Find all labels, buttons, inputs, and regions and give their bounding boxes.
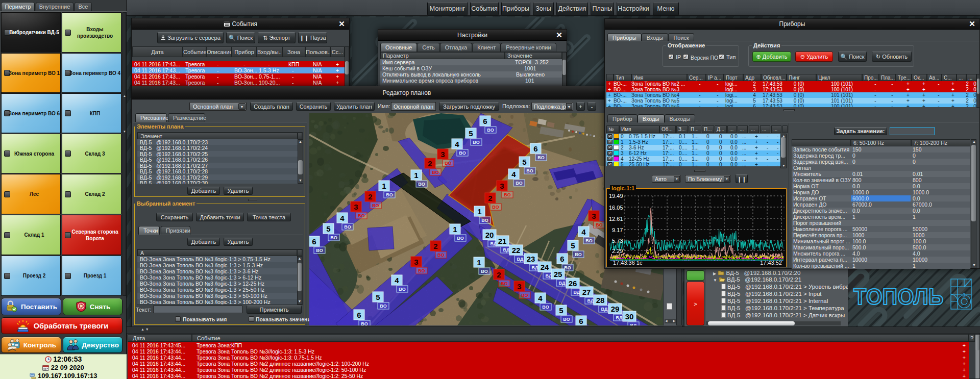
svg-text:24: 24 [541, 263, 549, 271]
svg-text:ВО: ВО [492, 205, 499, 210]
svg-text:3: 3 [517, 282, 521, 291]
svg-text:6: 6 [560, 255, 564, 263]
svg-text:4: 4 [511, 170, 516, 179]
svg-text:ВО: ВО [563, 317, 570, 322]
svg-text:ВО: ВО [380, 304, 386, 309]
svg-text:22: 22 [512, 246, 521, 255]
svg-text:4: 4 [581, 228, 586, 236]
svg-text:6: 6 [579, 317, 583, 325]
svg-text:3: 3 [414, 258, 418, 266]
svg-text:ВО: ВО [585, 238, 592, 243]
svg-text:1: 1 [477, 258, 481, 267]
svg-text:1: 1 [453, 225, 457, 234]
svg-text:ВО: ВО [459, 150, 465, 156]
svg-text:ВД: ВД [601, 307, 608, 312]
svg-text:ВО: ВО [358, 213, 364, 218]
svg-text:ВД: ВД [559, 281, 566, 286]
svg-text:ВО: ВО [526, 168, 533, 173]
svg-text:ВД: ВД [630, 323, 637, 325]
svg-text:ТОПОЛЬ: ТОПОЛЬ [853, 284, 944, 309]
svg-text:ВО: ВО [537, 155, 544, 160]
svg-text:2: 2 [433, 242, 437, 250]
svg-text:3: 3 [592, 212, 596, 220]
svg-text:ВО: ВО [516, 181, 522, 186]
svg-text:ВО: ВО [418, 268, 425, 273]
svg-text:3: 3 [500, 182, 504, 190]
svg-text:ВО: ВО [481, 218, 488, 223]
svg-text:2: 2 [488, 194, 492, 203]
svg-text:23: 23 [527, 255, 535, 263]
svg-text:5: 5 [559, 306, 563, 315]
svg-text:ВО: ВО [487, 128, 494, 133]
svg-text:ВО: ВО [386, 192, 393, 197]
svg-text:ВО: ВО [521, 293, 528, 298]
svg-text:ВД: ВД [532, 265, 538, 270]
svg-text:ВО: ВО [564, 265, 571, 270]
svg-text:ВО: ВО [501, 281, 507, 286]
svg-text:5: 5 [469, 129, 473, 138]
svg-text:2: 2 [368, 192, 372, 201]
svg-text:5: 5 [326, 224, 330, 233]
svg-text:2: 2 [497, 270, 501, 279]
svg-text:27: 27 [582, 288, 591, 296]
svg-text:4: 4 [538, 294, 543, 302]
svg-text:ВО: ВО [372, 203, 379, 208]
svg-text:29: 29 [611, 305, 620, 313]
svg-text:ВО: ВО [316, 248, 323, 253]
svg-text:1: 1 [382, 182, 386, 190]
svg-text:ВО: ВО [445, 161, 451, 166]
svg-text:21: 21 [498, 237, 507, 245]
svg-text:2: 2 [428, 159, 432, 168]
svg-text:28: 28 [596, 296, 605, 305]
svg-text:ВО: ВО [432, 170, 438, 175]
svg-text:ВО: ВО [457, 236, 463, 241]
svg-text:ВО: ВО [575, 252, 581, 257]
svg-text:ВО: ВО [418, 182, 425, 187]
svg-text:ВО: ВО [596, 222, 602, 228]
svg-text:ВО: ВО [542, 305, 549, 310]
svg-text:ВО: ВО [504, 192, 510, 197]
svg-text:1: 1 [477, 207, 481, 216]
svg-text:20: 20 [485, 231, 494, 239]
svg-text:ВД: ВД [503, 247, 510, 252]
svg-text:ВД: ВД [587, 298, 594, 304]
svg-text:3: 3 [440, 150, 445, 159]
svg-text:ВО: ВО [399, 287, 405, 292]
svg-text:ВО: ВО [361, 321, 368, 325]
svg-text:25: 25 [554, 270, 562, 279]
svg-text:5: 5 [522, 158, 526, 166]
svg-text:ВД: ВД [574, 290, 580, 295]
svg-text:6: 6 [533, 144, 537, 153]
svg-text:3: 3 [963, 293, 966, 298]
svg-text:4: 4 [395, 276, 399, 285]
svg-text:1: 1 [414, 171, 418, 180]
svg-text:4: 4 [455, 140, 459, 148]
svg-text:26: 26 [569, 279, 577, 288]
svg-text:ВО: ВО [344, 224, 351, 230]
svg-text:5: 5 [571, 241, 575, 250]
svg-text:5: 5 [376, 293, 380, 301]
svg-text:ВО: ВО [437, 252, 444, 258]
svg-text:30: 30 [625, 312, 634, 321]
svg-text:6: 6 [357, 311, 361, 319]
svg-text:ВО: ВО [481, 269, 487, 274]
svg-text:6: 6 [312, 237, 316, 246]
svg-text:ВД: ВД [517, 257, 524, 262]
svg-text:3: 3 [354, 203, 358, 211]
svg-text:ВО: ВО [330, 235, 337, 240]
svg-text:6: 6 [483, 117, 487, 125]
svg-text:ВД: ВД [616, 315, 623, 320]
svg-text:4: 4 [340, 214, 345, 222]
svg-text:ВО: ВО [473, 140, 479, 145]
